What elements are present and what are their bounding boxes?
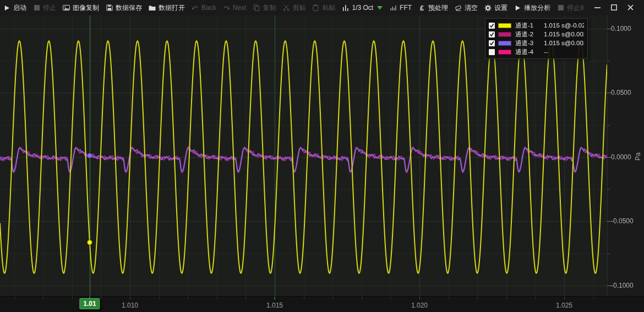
- x-axis-tick: [43, 297, 43, 299]
- app-window: 启动停止图像复制数据保存数据打开BackNext复制剪贴粘贴1/3 OctFFT…: [0, 0, 644, 312]
- x-axis-tick: [506, 297, 507, 299]
- copy-icon: [253, 4, 260, 12]
- toolbar-button-label: 复制: [263, 3, 276, 13]
- toolbar-button-2[interactable]: 停止: [30, 0, 59, 15]
- scissors-icon: [282, 4, 290, 12]
- data-save-icon: [106, 4, 113, 12]
- x-axis-tick: [477, 297, 478, 299]
- stop-playback-icon: [557, 4, 564, 12]
- toolbar-button-5[interactable]: 数据打开: [145, 0, 188, 15]
- play-icon: [3, 4, 10, 12]
- legend-row-channel-4: 通道-4--: [489, 47, 584, 56]
- legend-row-channel-2: 通道-21.015 s@0.002 Pa: [489, 30, 584, 39]
- legend-panel: 通道-11.015 s@-0.024 P通道-21.015 s@0.002 Pa…: [485, 18, 588, 59]
- channel-cursor-value: 1.015 s@0.002 Pa: [544, 31, 584, 37]
- undo-icon: [192, 4, 199, 12]
- x-axis-tick: [217, 297, 217, 299]
- toolbar-button-label: 剪贴: [292, 3, 305, 13]
- channel-cursor-value: 1.015 s@-0.024 P: [544, 22, 584, 29]
- toolbar-button-9[interactable]: 剪贴: [279, 0, 309, 15]
- toolbar-button-4[interactable]: 数据保存: [102, 0, 145, 15]
- channel-cursor-value: --: [544, 49, 584, 55]
- x-axis-tick: [159, 297, 160, 299]
- gear-icon: [484, 4, 492, 12]
- toolbar-button-label: 数据打开: [159, 3, 185, 13]
- x-axis-tick: [535, 297, 536, 299]
- minimize-button[interactable]: [589, 0, 605, 15]
- x-axis: 1.0101.0151.0201.0251.01: [0, 296, 644, 312]
- x-axis-tick-label: 1.025: [556, 302, 572, 309]
- legend-row-channel-3: 通道-31.015 s@0.002 Pa: [489, 39, 584, 47]
- toolbar-button-label: 设置: [494, 3, 507, 13]
- minimize-icon: [594, 3, 601, 13]
- octave-bars-icon: [342, 4, 349, 12]
- channel-checkbox[interactable]: [489, 31, 495, 37]
- toolbar-button-label: 清空: [465, 3, 478, 13]
- y-axis-tick-label: 0.0000: [611, 153, 631, 161]
- toolbar-button-label: 预处理: [428, 3, 448, 13]
- x-axis-tick: [130, 297, 130, 299]
- x-axis-tick: [419, 297, 420, 299]
- toolbar-button-label: 粘贴: [322, 3, 335, 13]
- play-analysis-icon: [514, 4, 521, 12]
- toolbar: 启动停止图像复制数据保存数据打开BackNext复制剪贴粘贴1/3 OctFFT…: [0, 0, 644, 16]
- toolbar-button-label: 播放分析: [524, 3, 550, 13]
- x-axis-tick: [188, 297, 188, 299]
- x-axis-tick: [332, 297, 333, 299]
- toolbar-button-10[interactable]: 粘贴: [309, 0, 339, 15]
- toolbar-button-label: Back: [201, 4, 216, 12]
- channel-color-swatch: [498, 23, 511, 28]
- redo-icon: [223, 4, 230, 12]
- toolbar-button-1[interactable]: 启动: [0, 0, 30, 15]
- toolbar-button-16[interactable]: 播放分析: [511, 0, 554, 15]
- channel-name: 通道-4: [515, 48, 544, 56]
- x-axis-tick: [101, 297, 101, 299]
- toolbar-button-6[interactable]: Back: [188, 0, 220, 15]
- y-axis-tick-label: 0.0500: [611, 89, 631, 96]
- eraser-icon: [455, 4, 462, 12]
- toolbar-button-label: 数据保存: [116, 3, 142, 13]
- channel-cursor-value: 1.015 s@0.002 Pa: [544, 40, 584, 46]
- window-controls: [583, 0, 644, 15]
- x-axis-tick: [593, 297, 594, 299]
- cursor-tick: [274, 297, 275, 300]
- channel-checkbox[interactable]: [489, 23, 495, 29]
- image-copy-icon: [63, 4, 70, 12]
- toolbar-button-7[interactable]: Next: [220, 0, 250, 15]
- cursor-position-badge[interactable]: 1.01: [79, 298, 100, 309]
- close-button[interactable]: [622, 0, 638, 15]
- paste-icon: [312, 4, 319, 12]
- toolbar-button-label: Next: [233, 4, 247, 12]
- x-axis-tick: [14, 297, 15, 299]
- x-axis-tick-label: 1.020: [411, 302, 428, 309]
- x-axis-tick: [449, 297, 449, 299]
- folder-open-icon: [149, 4, 156, 12]
- toolbar-button-14[interactable]: 清空: [451, 0, 481, 15]
- toolbar-button-11[interactable]: 1/3 Oct: [339, 0, 386, 15]
- close-icon: [627, 3, 634, 13]
- toolbar-button-3[interactable]: 图像复制: [59, 0, 102, 15]
- y-axis-tick-label: -0.1000: [611, 282, 634, 289]
- channel-color-swatch: [498, 32, 511, 37]
- legend-row-channel-1: 通道-11.015 s@-0.024 P: [489, 21, 584, 30]
- toolbar-button-8[interactable]: 复制: [249, 0, 279, 15]
- toolbar-button-12[interactable]: FFT: [386, 0, 415, 15]
- channel-name: 通道-1: [515, 21, 544, 30]
- channel-checkbox[interactable]: [489, 49, 495, 55]
- channel-checkbox[interactable]: [489, 40, 495, 46]
- toolbar-button-label: FFT: [400, 4, 412, 12]
- preprocess-icon: £: [418, 4, 425, 12]
- channel-color-swatch: [498, 50, 511, 55]
- toolbar-button-15[interactable]: 设置: [481, 0, 511, 15]
- maximize-button[interactable]: [605, 0, 622, 15]
- toolbar-button-13[interactable]: £预处理: [415, 0, 451, 15]
- maximize-icon: [611, 3, 617, 13]
- stop-icon: [33, 4, 40, 12]
- x-axis-tick: [245, 297, 246, 299]
- toolbar-button-label: 1/3 Oct: [352, 4, 373, 12]
- x-axis-tick: [390, 297, 391, 299]
- y-axis-tick-label: 0.1000: [611, 25, 631, 33]
- channel-name: 通道-3: [515, 39, 544, 47]
- x-axis-tick: [564, 297, 565, 299]
- x-axis-tick-label: 1.010: [122, 302, 138, 309]
